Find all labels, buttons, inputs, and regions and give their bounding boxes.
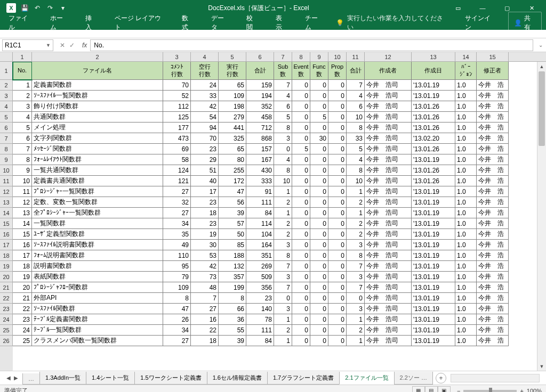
data-cell[interactable]: 今井 浩 (477, 80, 509, 91)
data-cell[interactable]: 0 (310, 261, 328, 272)
data-cell[interactable]: 85 (219, 240, 246, 250)
row-header[interactable]: 14 (0, 208, 13, 218)
header-cell[interactable]: 修正者 (477, 62, 509, 80)
customize-qat-icon[interactable]: ▾ (59, 4, 67, 12)
tab-insert[interactable]: 挿入 (81, 12, 102, 34)
data-cell[interactable]: 7 (274, 282, 292, 293)
scroll-down-icon[interactable]: ▼ (537, 362, 546, 371)
data-cell[interactable]: 今井 浩司 (365, 144, 412, 154)
data-cell[interactable]: 5 (347, 144, 365, 154)
select-all-corner[interactable] (0, 52, 13, 61)
data-cell[interactable]: 91 (246, 186, 274, 197)
data-cell[interactable]: 0 (292, 101, 310, 112)
data-cell[interactable]: 50 (219, 229, 246, 240)
data-cell[interactable]: ﾒｯｾｰｼﾞ関数群 (32, 144, 163, 154)
data-cell[interactable]: '13.01.26 (412, 176, 455, 186)
sheet-tab[interactable]: 1.6セル情報定義書 (207, 372, 268, 385)
data-cell[interactable]: 0 (328, 304, 347, 314)
data-cell[interactable]: 0 (328, 250, 347, 261)
data-cell[interactable]: 17 (191, 186, 219, 197)
data-cell[interactable]: 194 (246, 91, 274, 101)
data-cell[interactable]: '13.01.26 (412, 123, 455, 133)
row-header[interactable]: 25 (0, 325, 13, 336)
data-cell[interactable]: 今井 浩 (477, 314, 509, 325)
data-cell[interactable]: 177 (163, 123, 191, 133)
data-cell[interactable]: '13.01.19 (412, 250, 455, 261)
data-cell[interactable]: 430 (246, 165, 274, 176)
data-cell[interactable]: 140 (246, 304, 274, 314)
sheet-nav-prev-icon[interactable]: ◀ (6, 375, 11, 381)
data-cell[interactable]: 52 (163, 91, 191, 101)
name-box[interactable]: R1C1 ▼ (2, 39, 53, 51)
data-cell[interactable]: 112 (163, 101, 191, 112)
data-cell[interactable]: 18 (191, 208, 219, 218)
data-cell[interactable]: 25 (13, 336, 32, 346)
data-cell[interactable]: '13.01.19 (412, 314, 455, 325)
row-header[interactable]: 3 (0, 91, 13, 101)
scroll-thumb[interactable] (539, 71, 545, 146)
data-cell[interactable]: 1.0 (455, 144, 477, 154)
row-header[interactable]: 10 (0, 165, 13, 176)
data-cell[interactable]: 16 (13, 240, 32, 250)
row-header[interactable]: 5 (0, 112, 13, 123)
data-cell[interactable]: 5 (274, 112, 292, 123)
data-cell[interactable]: 23 (13, 314, 32, 325)
tab-home[interactable]: ホーム (46, 12, 73, 34)
sheet-tab[interactable]: 1.5ワークシート定義書 (134, 372, 207, 385)
data-cell[interactable]: 今井 浩司 (365, 293, 412, 304)
data-cell[interactable]: 0 (328, 176, 347, 186)
data-cell[interactable]: 84 (246, 208, 274, 218)
data-cell[interactable]: 0 (292, 261, 310, 272)
data-cell[interactable]: 8 (274, 250, 292, 261)
row-header[interactable]: 17 (0, 240, 13, 250)
data-cell[interactable]: 55 (219, 325, 246, 336)
data-cell[interactable]: 0 (310, 80, 328, 91)
data-cell[interactable]: '13.01.19 (412, 80, 455, 91)
data-cell[interactable]: 269 (246, 261, 274, 272)
data-cell[interactable]: 0 (310, 208, 328, 218)
data-cell[interactable]: 325 (219, 133, 246, 144)
data-cell[interactable]: 2 (274, 325, 292, 336)
data-cell[interactable]: 15 (13, 229, 32, 240)
header-cell[interactable]: Prop 数 (328, 62, 347, 80)
data-cell[interactable]: 0 (328, 112, 347, 123)
data-cell[interactable]: 2 (347, 197, 365, 208)
cancel-icon[interactable]: ✕ (60, 42, 65, 49)
data-cell[interactable]: 16 (191, 314, 219, 325)
row-header[interactable]: 23 (0, 304, 13, 314)
data-cell[interactable]: 1.0 (455, 304, 477, 314)
data-cell[interactable]: 4 (347, 91, 365, 101)
data-cell[interactable]: 104 (246, 229, 274, 240)
data-cell[interactable]: 69 (163, 144, 191, 154)
data-cell[interactable]: 473 (163, 133, 191, 144)
data-cell[interactable]: 0 (328, 91, 347, 101)
data-cell[interactable]: 30 (310, 133, 328, 144)
data-cell[interactable]: 124 (163, 165, 191, 176)
data-cell[interactable]: 13 (13, 208, 32, 218)
row-header[interactable]: 18 (0, 250, 13, 261)
header-cell[interactable]: Event 数 (292, 62, 310, 80)
data-cell[interactable]: 458 (246, 112, 274, 123)
data-cell[interactable]: 今井 浩 (477, 144, 509, 154)
data-cell[interactable]: 109 (163, 282, 191, 293)
share-button[interactable]: 👤 共有 (508, 12, 542, 34)
data-cell[interactable]: 1 (347, 314, 365, 325)
data-cell[interactable]: 今井 浩 (477, 282, 509, 293)
data-cell[interactable]: 1.0 (455, 123, 477, 133)
data-cell[interactable]: '13.01.19 (412, 325, 455, 336)
data-cell[interactable]: 56 (219, 197, 246, 208)
header-cell[interactable]: No. (13, 62, 32, 80)
data-cell[interactable]: 8 (13, 154, 32, 165)
data-cell[interactable]: 27 (163, 336, 191, 346)
data-cell[interactable]: 0 (328, 101, 347, 112)
undo-icon[interactable]: ↶ (33, 4, 42, 12)
data-cell[interactable]: 0 (328, 261, 347, 272)
data-cell[interactable]: 0 (310, 144, 328, 154)
data-cell[interactable]: 0 (310, 154, 328, 165)
tell-me-search[interactable]: 💡 実行したい作業を入力してください (336, 14, 444, 32)
data-cell[interactable]: 文字列関数群 (32, 133, 163, 144)
data-cell[interactable]: 0 (292, 176, 310, 186)
data-cell[interactable]: 今井 浩司 (365, 123, 412, 133)
column-header[interactable]: 1 (13, 52, 32, 61)
row-header[interactable]: 8 (0, 144, 13, 154)
